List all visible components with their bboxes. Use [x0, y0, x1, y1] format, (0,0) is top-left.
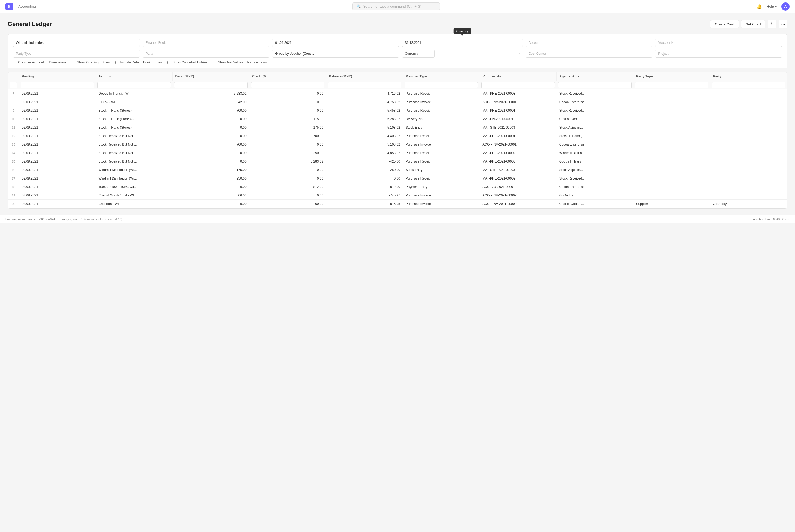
filter-against-input[interactable]	[558, 82, 632, 88]
cell-credit: 0.00	[249, 191, 326, 200]
refresh-button[interactable]: ↻	[768, 20, 776, 28]
party-type-filter[interactable]	[13, 50, 140, 58]
cell-balance: 4,716.02	[326, 90, 403, 98]
set-chart-button[interactable]: Set Chart	[741, 20, 765, 28]
filter-num-input[interactable]	[10, 82, 17, 88]
filter-debit-input[interactable]	[174, 82, 248, 88]
cell-voucher-no: MAT-PRE-2021-00001	[480, 107, 556, 115]
table-row[interactable]: 15 02.09.2021 Stock Received But Not ...…	[8, 157, 787, 166]
consider-accounting-dimensions-input[interactable]	[13, 61, 16, 64]
company-filter[interactable]	[13, 39, 140, 47]
col-against[interactable]: Against Acco...	[556, 72, 633, 81]
table-row[interactable]: 20 03.09.2021 Creditors - WI 0.00 60.00 …	[8, 200, 787, 208]
cell-party	[710, 157, 787, 166]
table-row[interactable]: 17 02.09.2021 Windmill Distribution (Wi.…	[8, 174, 787, 183]
table-row[interactable]: 8 02.09.2021 ST 6% - WI 42.00 0.00 4,758…	[8, 98, 787, 107]
cell-posting: 03.09.2021	[19, 183, 96, 191]
app-logo[interactable]: S	[5, 3, 13, 11]
cell-against: Goods In Trans...	[556, 157, 633, 166]
table-row[interactable]: 10 02.09.2021 Stock In Hand (Stores) - .…	[8, 115, 787, 124]
account-filter[interactable]	[526, 39, 652, 47]
cell-num: 8	[8, 98, 19, 107]
filters-section: Currency Currency ▾ Consider Accounting	[8, 34, 787, 69]
cell-account: ST 6% - WI	[96, 98, 173, 107]
filter-party-type-input[interactable]	[635, 82, 708, 88]
table-row[interactable]: 11 02.09.2021 Stock In Hand (Stores) - .…	[8, 124, 787, 132]
filter-party-input[interactable]	[712, 82, 785, 88]
group-by-filter[interactable]	[272, 50, 399, 58]
party-filter[interactable]	[143, 50, 270, 58]
currency-select[interactable]: Currency	[402, 50, 435, 58]
filter-input-party	[710, 81, 787, 90]
cell-party	[710, 98, 787, 107]
voucher-no-filter[interactable]	[655, 39, 782, 47]
cell-account: Stock In Hand (Stores) - ...	[96, 115, 173, 124]
search-bar[interactable]: 🔍 Search or type a command (Ctrl + G)	[352, 2, 440, 11]
notification-icon[interactable]: 🔔	[757, 4, 762, 9]
filter-voucher-no-input[interactable]	[481, 82, 555, 88]
table-row[interactable]: 14 02.09.2021 Stock Received But Not ...…	[8, 149, 787, 157]
cell-voucher-type: Stock Entry	[403, 166, 480, 174]
help-button[interactable]: Help ▾	[766, 4, 777, 8]
consider-accounting-dimensions-checkbox[interactable]: Consider Accounting Dimensions	[13, 60, 66, 64]
create-card-button[interactable]: Create Card	[710, 20, 739, 28]
show-net-values-checkbox[interactable]: Show Net Values in Party Account	[213, 60, 267, 64]
header-actions: Create Card Set Chart ↻ ⋯	[710, 20, 787, 28]
col-balance[interactable]: Balance (MYR)	[326, 72, 403, 81]
show-cancelled-entries-input[interactable]	[167, 61, 171, 64]
cell-voucher-no: MAT-PRE-2021-00003	[480, 90, 556, 98]
cell-debit: 700.00	[172, 140, 249, 149]
cell-voucher-no: MAT-PRE-2021-00001	[480, 132, 556, 140]
col-party-type[interactable]: Party Type	[633, 72, 710, 81]
cell-voucher-type: Purchase Recei...	[403, 132, 480, 140]
cell-party-type	[633, 166, 710, 174]
show-opening-entries-checkbox[interactable]: Show Opening Entries	[72, 60, 110, 64]
cell-voucher-no: MAT-PRE-2021-00002	[480, 174, 556, 183]
col-posting[interactable]: Posting ...	[19, 72, 96, 81]
filter-posting-input[interactable]	[21, 82, 94, 88]
currency-select-arrow: ▾	[519, 52, 521, 55]
include-default-book-entries-input[interactable]	[115, 61, 119, 64]
filter-credit-input[interactable]	[251, 82, 325, 88]
cell-debit: 175.00	[172, 166, 249, 174]
cell-debit: 0.00	[172, 115, 249, 124]
table-row[interactable]: 7 02.09.2021 Goods In Transit - WI 5,283…	[8, 90, 787, 98]
table-row[interactable]: 13 02.09.2021 Stock Received But Not ...…	[8, 140, 787, 149]
table-row[interactable]: 18 03.09.2021 1005322100 - HSBC Cu... 0.…	[8, 183, 787, 191]
filter-input-balance	[326, 81, 403, 90]
to-date-filter[interactable]	[402, 39, 523, 47]
show-net-values-input[interactable]	[213, 61, 216, 64]
cell-num: 16	[8, 166, 19, 174]
show-opening-entries-input[interactable]	[72, 61, 75, 64]
avatar[interactable]: A	[781, 2, 790, 11]
filter-balance-input[interactable]	[328, 82, 401, 88]
col-party[interactable]: Party	[710, 72, 787, 81]
cost-center-filter[interactable]	[526, 50, 652, 58]
project-filter[interactable]	[655, 50, 782, 58]
show-cancelled-entries-checkbox[interactable]: Show Cancelled Entries	[167, 60, 207, 64]
cell-posting: 02.09.2021	[19, 107, 96, 115]
col-debit[interactable]: Debit (MYR)	[172, 72, 249, 81]
more-options-button[interactable]: ⋯	[779, 20, 787, 28]
table-row[interactable]: 9 02.09.2021 Stock In Hand (Stores) - ..…	[8, 107, 787, 115]
from-date-filter[interactable]	[272, 39, 399, 47]
show-net-values-label: Show Net Values in Party Account	[218, 60, 267, 64]
table-row[interactable]: 19 03.09.2021 Cost of Goods Sold - WI 66…	[8, 191, 787, 200]
col-credit[interactable]: Credit (M...	[249, 72, 326, 81]
cell-posting: 02.09.2021	[19, 166, 96, 174]
cell-posting: 02.09.2021	[19, 115, 96, 124]
cell-num: 19	[8, 191, 19, 200]
filter-voucher-type-input[interactable]	[404, 82, 478, 88]
cell-debit: 0.00	[172, 132, 249, 140]
breadcrumb-app[interactable]: Accounting	[18, 4, 36, 8]
finance-book-filter[interactable]	[143, 39, 270, 47]
col-voucher-no[interactable]: Voucher No	[480, 72, 556, 81]
include-default-book-entries-checkbox[interactable]: Include Default Book Entries	[115, 60, 162, 64]
filter-account-input[interactable]	[97, 82, 171, 88]
col-account[interactable]: Account	[96, 72, 173, 81]
col-voucher-type[interactable]: Voucher Type	[403, 72, 480, 81]
table-row[interactable]: 16 02.09.2021 Windmill Distribution (Wi.…	[8, 166, 787, 174]
cell-account: Windmill Distribution (Wi...	[96, 174, 173, 183]
cell-credit: 0.00	[249, 90, 326, 98]
table-row[interactable]: 12 02.09.2021 Stock Received But Not ...…	[8, 132, 787, 140]
